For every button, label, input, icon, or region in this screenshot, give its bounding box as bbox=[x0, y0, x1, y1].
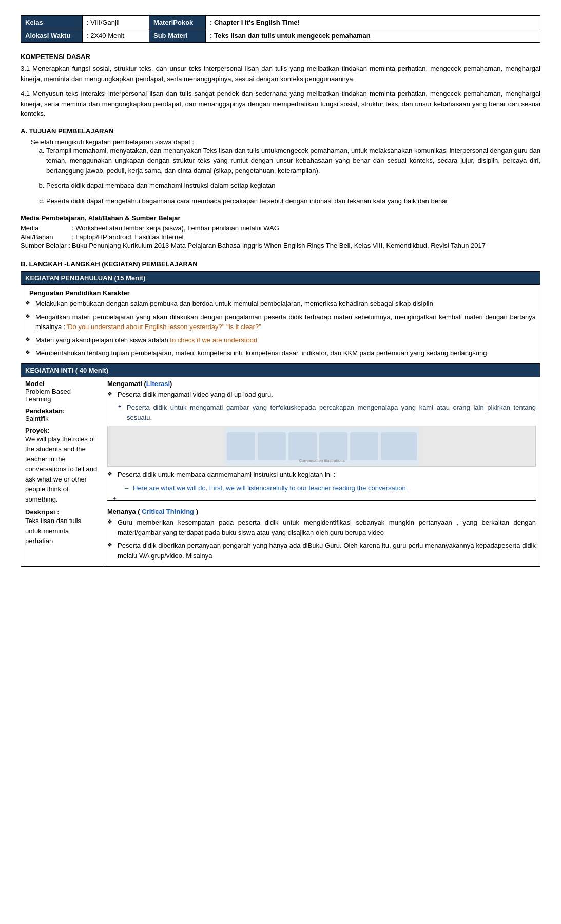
kompetensi-p2: 4.1 Menyusun teks interaksi interpersona… bbox=[21, 89, 540, 119]
pendekatan-value: Saintifik bbox=[25, 415, 99, 422]
tujuan-intro: Setelah mengikuti kegiatan pembelajaran … bbox=[31, 138, 540, 146]
arrow-item-1: Here are what we will do. First, we will… bbox=[123, 483, 536, 493]
conversation-image: Conversation illustrations bbox=[107, 426, 536, 467]
main-activity-table: KEGIATAN PENDAHULUAN (15 Menit) Penguata… bbox=[21, 271, 540, 567]
kegiatan-inti-header: KEGIATAN INTI ( 40 Menit) bbox=[21, 363, 540, 377]
media-title: Media Pembelajaran, Alat/Bahan & Sumber … bbox=[21, 214, 540, 222]
langkah-title: B. LANGKAH -LANGKAH (KEGIATAN) PEMBELAJA… bbox=[21, 260, 540, 268]
mengamati-bullet-1: Peserta didik mengamati video yang di up… bbox=[107, 390, 536, 400]
materi-label: MateriPokok bbox=[149, 16, 206, 29]
kegiatan-pendahuluan-header: KEGIATAN PENDAHULUAN (15 Menit) bbox=[21, 272, 540, 285]
alat-value: : Laptop/HP android, Fasilitas Internet bbox=[72, 233, 540, 241]
pendekatan-label: Pendekatan: bbox=[25, 407, 99, 415]
menanya-bullet-1: Guru memberikan kesempatan pada peserta … bbox=[107, 517, 536, 537]
mengamati-bullets: Peserta didik mengamati video yang di up… bbox=[107, 390, 536, 400]
proyek-value: We will play the roles of the students a… bbox=[25, 434, 99, 505]
bullet-3: Materi yang akandipelajari oleh siswa ad… bbox=[25, 335, 536, 345]
svg-rect-1 bbox=[227, 432, 255, 460]
deskripsi-label: Deskripsi : bbox=[25, 508, 99, 516]
alokasi-value: : 2X40 Menit bbox=[83, 29, 149, 43]
pendahuluan-bullets: Melakukan pembukaan dengan salam pembuka… bbox=[25, 299, 536, 358]
deskripsi-value: Teks lisan dan tulis untuk meminta perha… bbox=[25, 516, 99, 546]
media-label: Media bbox=[21, 224, 72, 233]
model-value: Problem Based Learning bbox=[25, 388, 99, 403]
kelas-label: Kelas bbox=[21, 16, 83, 29]
materi-value: : Chapter I It's English Time! bbox=[206, 16, 540, 29]
tujuan-list: Terampil memahami, menyatakan, dan menan… bbox=[46, 146, 540, 206]
svg-text:Conversation illustrations: Conversation illustrations bbox=[299, 458, 344, 463]
tujuan-item-a: Terampil memahami, menyatakan, dan menan… bbox=[46, 146, 540, 176]
penguatan-header: Penguatan Pendidikan Karakter bbox=[25, 287, 536, 299]
sumber-value: Buku Penunjang Kurikulum 2013 Mata Pelaj… bbox=[72, 241, 540, 250]
media-table: Media : Worksheet atau lembar kerja (sis… bbox=[21, 224, 540, 250]
svg-rect-2 bbox=[258, 432, 286, 460]
tujuan-item-b: Peserta didik dapat membaca dan memahami… bbox=[46, 181, 540, 191]
header-table: Kelas : VIII/Ganjil MateriPokok : Chapte… bbox=[21, 15, 540, 43]
media-value: : Worksheet atau lembar kerja (siswa), L… bbox=[72, 224, 540, 233]
menanya-bullets: Guru memberikan kesempatan pada peserta … bbox=[107, 517, 536, 561]
right-column: Mengamati (Literasi) Peserta didik menga… bbox=[103, 377, 540, 567]
separator bbox=[107, 500, 536, 500]
svg-rect-4 bbox=[319, 432, 347, 460]
sub-bullets: Peserta didik untuk mengamati gambar yan… bbox=[118, 402, 536, 422]
sub-value: : Teks lisan dan tulis untuk mengecek pe… bbox=[206, 29, 540, 43]
mengamati-bullets2: Peserta didik untuk membaca danmemahami … bbox=[107, 470, 536, 480]
proyek-label: Proyek: bbox=[25, 427, 99, 434]
left-column: Model Problem Based Learning Pendekatan:… bbox=[21, 377, 103, 567]
mengamati-bullet-2: Peserta didik untuk membaca danmemahami … bbox=[107, 470, 536, 480]
svg-rect-5 bbox=[350, 432, 378, 460]
sub-label: Sub Materi bbox=[149, 29, 206, 43]
svg-rect-3 bbox=[288, 432, 317, 460]
sumber-label: Sumber Belajar : bbox=[21, 241, 72, 250]
kompetensi-title: KOMPETENSI DASAR bbox=[21, 53, 540, 61]
arrow-list: Here are what we will do. First, we will… bbox=[123, 483, 536, 493]
tujuan-item-c: Peserta didik dapat mengetahui bagaimana… bbox=[46, 196, 540, 206]
alat-label: Alat/Bahan bbox=[21, 233, 72, 241]
menanya-label: Menanya ( Critical Thinking ) bbox=[107, 508, 536, 515]
tujuan-title: A. TUJUAN PEMBELAJARAN bbox=[21, 127, 540, 135]
bullet-4: Memberitahukan tentang tujuan pembelajar… bbox=[25, 348, 536, 358]
model-label: Model bbox=[25, 380, 99, 388]
mengamati-label: Mengamati (Literasi) bbox=[107, 380, 536, 388]
bullet-2: Mengaitkan materi pembelajaran yang akan… bbox=[25, 312, 536, 332]
sub-bullet-1: Peserta didik untuk mengamati gambar yan… bbox=[118, 402, 536, 422]
bullet-1: Melakukan pembukaan dengan salam pembuka… bbox=[25, 299, 536, 309]
kelas-value: : VIII/Ganjil bbox=[83, 16, 149, 29]
alokasi-label: Alokasi Waktu bbox=[21, 29, 83, 43]
kompetensi-p1: 3.1 Menerapkan fungsi sosial, struktur t… bbox=[21, 64, 540, 84]
menanya-bullet-2: Peserta didik diberikan pertanyaan penga… bbox=[107, 541, 536, 561]
svg-rect-6 bbox=[381, 432, 417, 460]
